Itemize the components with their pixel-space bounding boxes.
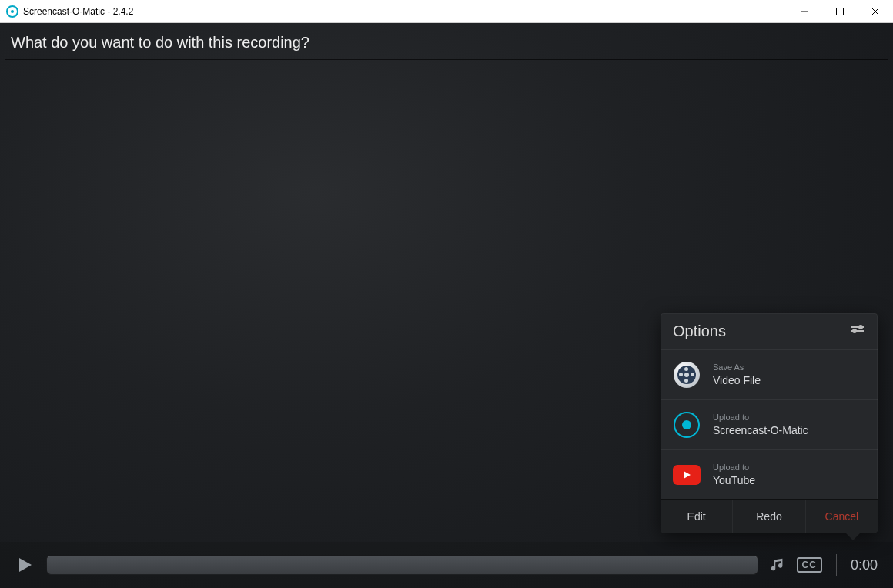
redo-button[interactable]: Redo bbox=[733, 500, 805, 533]
progress-bar[interactable] bbox=[46, 555, 758, 575]
svg-rect-1 bbox=[837, 8, 844, 15]
film-reel-icon bbox=[673, 361, 701, 389]
separator bbox=[836, 554, 837, 576]
app-body: What do you want to do with this recordi… bbox=[0, 23, 893, 588]
option-label: Screencast-O-Matic bbox=[713, 423, 808, 437]
app-icon bbox=[6, 5, 18, 18]
music-icon[interactable] bbox=[769, 556, 786, 573]
window-maximize-button[interactable] bbox=[822, 0, 858, 22]
option-label: YouTube bbox=[713, 473, 755, 487]
edit-button[interactable]: Edit bbox=[661, 500, 733, 533]
window-titlebar: Screencast-O-Matic - 2.4.2 bbox=[0, 0, 893, 23]
option-save-video-file[interactable]: Save As Video File bbox=[661, 349, 878, 399]
window-close-button[interactable] bbox=[858, 0, 893, 22]
page-heading: What do you want to do with this recordi… bbox=[0, 23, 893, 59]
cc-label: CC bbox=[797, 557, 822, 573]
svg-point-7 bbox=[853, 329, 856, 332]
svg-marker-8 bbox=[684, 471, 691, 479]
closed-captions-button[interactable]: CC bbox=[797, 557, 822, 573]
option-caption: Upload to bbox=[713, 463, 755, 473]
playback-time: 0:00 bbox=[851, 557, 878, 573]
options-popover: Options Save As Video Fil bbox=[661, 313, 878, 533]
window-minimize-button[interactable] bbox=[787, 0, 822, 22]
play-button[interactable] bbox=[15, 555, 35, 575]
svg-point-6 bbox=[859, 326, 862, 329]
options-settings-icon[interactable] bbox=[850, 325, 865, 339]
svg-marker-9 bbox=[19, 558, 32, 572]
option-caption: Save As bbox=[713, 362, 761, 373]
option-upload-youtube[interactable]: Upload to YouTube bbox=[661, 449, 878, 499]
options-title: Options bbox=[673, 322, 726, 340]
heading-divider bbox=[5, 59, 888, 60]
option-label: Video File bbox=[713, 373, 761, 387]
window-title: Screencast-O-Matic - 2.4.2 bbox=[23, 6, 133, 17]
playback-controls: CC 0:00 bbox=[0, 542, 893, 588]
screencastomatic-icon bbox=[673, 411, 701, 439]
option-upload-screencastomatic[interactable]: Upload to Screencast-O-Matic bbox=[661, 399, 878, 449]
option-caption: Upload to bbox=[713, 413, 808, 423]
youtube-icon bbox=[673, 461, 701, 489]
cancel-button[interactable]: Cancel bbox=[806, 500, 878, 533]
